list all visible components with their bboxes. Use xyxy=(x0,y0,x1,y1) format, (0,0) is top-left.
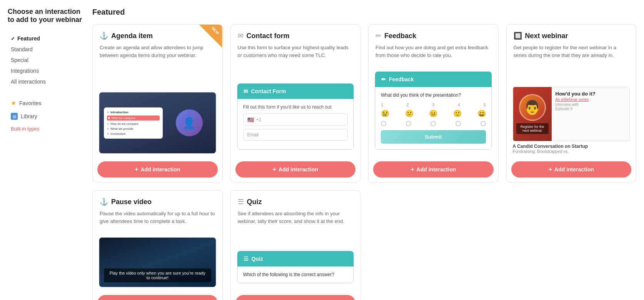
feedback-preview: ✏ Feedback What did you think of the pre… xyxy=(375,71,492,154)
agenda-preview: Introduction Why we compare How do we co… xyxy=(99,92,216,154)
feedback-header-label: Feedback xyxy=(389,76,414,82)
feedback-scale: 1 2 3 4 5 xyxy=(381,102,486,107)
add-next-webinar-button[interactable]: + Add interaction xyxy=(511,161,632,178)
card-pause-video: ⚓ Pause video Pause the video automatica… xyxy=(92,190,223,300)
card-quiz: ☰ Quiz See if attendees are absorbing th… xyxy=(230,190,361,300)
card-quiz-description: See if attendees are absorbing the info … xyxy=(238,210,354,225)
card-pause-video-body: ⚓ Pause video Pause the video automatica… xyxy=(93,191,222,237)
nw-register-text: Register for the next webinar xyxy=(516,123,549,134)
feedback-body: What did you think of the presentation? … xyxy=(375,87,492,149)
add-agenda-button[interactable]: + Add interaction xyxy=(97,161,218,178)
sidebar-item-library[interactable]: ▤ Library xyxy=(8,110,85,123)
anchor-icon: ⚓ xyxy=(100,32,108,40)
feedback-question: What did you think of the presentation? xyxy=(381,92,486,98)
nw-interview: Interview with xyxy=(556,102,626,107)
card-feedback-description: Find out how you are doing and get extra… xyxy=(375,44,491,59)
card-quiz-body: ☰ Quiz See if attendees are absorbing th… xyxy=(231,191,360,251)
sidebar-item-integrations[interactable]: Integrations xyxy=(8,65,85,76)
quiz-preview: ☰ Quiz Which of the following is the cor… xyxy=(237,251,354,287)
email-input-preview: Email xyxy=(243,129,348,141)
add-contact-button[interactable]: + Add interaction xyxy=(235,161,356,178)
sidebar-item-special[interactable]: Special xyxy=(8,55,85,65)
sidebar-item-featured[interactable]: Featured xyxy=(8,33,85,44)
sidebar-item-favorites[interactable]: ★ Favorites xyxy=(8,96,85,110)
feedback-radios xyxy=(381,121,486,126)
card-contact-title: Contact form xyxy=(247,32,290,40)
feedback-radio-3[interactable] xyxy=(430,121,436,126)
email-placeholder: Email xyxy=(247,132,259,137)
card-feedback: ✏ Feedback Find out how you are doing an… xyxy=(368,24,499,183)
cards-row-1: NEW ⚓ Agenda item Create an agenda and a… xyxy=(92,24,636,183)
sidebar: Choose an interaction to add to your web… xyxy=(8,8,85,300)
feedback-inner: ✏ Feedback What did you think of the pre… xyxy=(375,71,492,150)
quiz-question: Which of the following is the correct an… xyxy=(243,272,348,277)
add-agenda-label: Add interaction xyxy=(141,166,180,173)
feedback-radio-2[interactable] xyxy=(406,121,411,126)
contact-form-header: ✉ Contact Form xyxy=(237,84,354,99)
quiz-header-label: Quiz xyxy=(252,256,263,262)
card-next-webinar-title: Next webinar xyxy=(525,32,568,40)
card-next-webinar: 🔲 Next webinar Get people to register fo… xyxy=(506,24,637,183)
card-next-webinar-description: Get people to register for the next webi… xyxy=(514,44,629,59)
nw-image: 👨 Register for the next webinar xyxy=(513,87,552,141)
nw-episode: Episode 9 xyxy=(556,107,626,111)
card-agenda-title: Agenda item xyxy=(111,32,153,40)
page-title: Choose an interaction to add to your web… xyxy=(8,8,85,24)
feedback-radio-1[interactable] xyxy=(381,121,386,126)
agenda-list-preview: Introduction Why we compare How do we co… xyxy=(104,107,163,139)
quiz-inner: ☰ Quiz Which of the following is the cor… xyxy=(237,251,354,283)
sidebar-item-standard[interactable]: Standard xyxy=(8,44,85,55)
contact-form-header-label: Contact Form xyxy=(251,88,286,94)
add-feedback-button[interactable]: + Add interaction xyxy=(373,161,494,178)
empty-card-4 xyxy=(506,190,637,300)
contact-form-preview: ✉ Contact Form Fill out this form if you… xyxy=(237,83,354,154)
favorites-label: Favorites xyxy=(19,100,42,106)
add-next-webinar-label: Add interaction xyxy=(554,166,594,173)
feedback-emojis: 😢 😕 😐 🙂 😄 xyxy=(381,109,486,118)
next-webinar-card: 👨 Register for the next webinar How'd yo… xyxy=(513,87,630,141)
card-agenda-description: Create an agenda and allow attendees to … xyxy=(100,44,215,59)
section-title: Featured xyxy=(92,8,636,17)
card-contact-form: ✉ Contact form Use this form to surface … xyxy=(230,24,361,183)
nw-avatar: 👨 xyxy=(519,94,546,121)
card-agenda-body: ⚓ Agenda item Create an agenda and allow… xyxy=(93,25,222,92)
contact-form-inner: ✉ Contact Form Fill out this form if you… xyxy=(237,83,354,150)
card-agenda-item: NEW ⚓ Agenda item Create an agenda and a… xyxy=(92,24,223,183)
sidebar-nav: Featured Standard Special Integrations A… xyxy=(8,33,85,87)
card-next-webinar-header: 🔲 Next webinar xyxy=(514,32,629,40)
card-contact-body: ✉ Contact form Use this form to surface … xyxy=(231,25,360,83)
webinar-icon: 🔲 xyxy=(514,32,522,40)
contact-form-icon: ✉ xyxy=(244,88,248,94)
feedback-submit-button[interactable]: Submit xyxy=(381,130,486,144)
mail-icon: ✉ xyxy=(238,32,244,40)
quiz-body: Which of the following is the correct an… xyxy=(237,266,354,283)
card-contact-description: Use this form to surface your highest-qu… xyxy=(238,44,354,59)
nw-series: An eWebinar series xyxy=(556,97,626,102)
nw-card-footer: A Candid Conversation on Startup Fundrai… xyxy=(513,144,630,154)
card-pause-header: ⚓ Pause video xyxy=(100,198,215,206)
card-quiz-header: ☰ Quiz xyxy=(238,198,354,206)
flag-icon: 🇺🇸 xyxy=(247,117,254,123)
feedback-header: ✏ Feedback xyxy=(375,72,492,87)
library-label: Library xyxy=(21,113,37,119)
star-icon: ★ xyxy=(11,99,16,107)
sidebar-item-all-interactions[interactable]: All interactions xyxy=(8,76,85,87)
sidebar-item-built-in-types[interactable]: Built-in types xyxy=(8,123,85,135)
add-quiz-button[interactable]: + Add interaction xyxy=(235,295,356,300)
video-caption: Play the video only when you are sure yo… xyxy=(104,268,211,282)
feedback-radio-4[interactable] xyxy=(455,121,461,126)
anchor-icon-2: ⚓ xyxy=(100,198,108,206)
plus-icon: + xyxy=(410,166,414,173)
card-next-webinar-body: 🔲 Next webinar Get people to register fo… xyxy=(507,25,636,87)
feedback-radio-5[interactable] xyxy=(480,121,486,126)
nw-content: How'd you do it? An eWebinar series Inte… xyxy=(552,87,630,141)
card-quiz-title: Quiz xyxy=(247,198,262,206)
next-webinar-preview: 👨 Register for the next webinar How'd yo… xyxy=(513,87,630,154)
empty-card-3 xyxy=(368,190,499,300)
add-pause-button[interactable]: + Add interaction xyxy=(97,295,218,300)
contact-form-fill-text: Fill out this form if you'd like us to r… xyxy=(243,104,348,110)
main-content: Featured NEW ⚓ Agenda item Create an age… xyxy=(92,8,636,300)
quiz-header: ☰ Quiz xyxy=(237,251,354,266)
new-badge-text: NEW xyxy=(211,26,220,35)
card-feedback-body: ✏ Feedback Find out how you are doing an… xyxy=(369,25,498,71)
